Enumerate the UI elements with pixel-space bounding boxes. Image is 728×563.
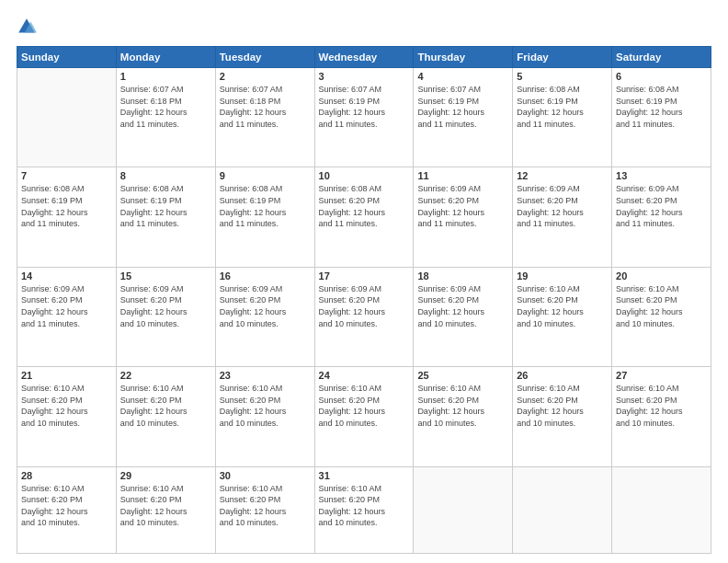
day-info: Sunrise: 6:08 AM Sunset: 6:19 PM Dayligh…: [220, 183, 311, 229]
calendar-day-cell: 11Sunrise: 6:09 AM Sunset: 6:20 PM Dayli…: [414, 167, 513, 267]
calendar-day-cell: 3Sunrise: 6:07 AM Sunset: 6:19 PM Daylig…: [314, 68, 414, 167]
calendar-day-cell: 23Sunrise: 6:10 AM Sunset: 6:20 PM Dayli…: [215, 367, 314, 466]
calendar-header-row: SundayMondayTuesdayWednesdayThursdayFrid…: [17, 47, 711, 68]
day-info: Sunrise: 6:09 AM Sunset: 6:20 PM Dayligh…: [319, 283, 410, 329]
calendar-day-cell: 20Sunrise: 6:10 AM Sunset: 6:20 PM Dayli…: [612, 267, 711, 366]
logo: [17, 17, 40, 37]
calendar-day-cell: 1Sunrise: 6:07 AM Sunset: 6:18 PM Daylig…: [116, 68, 215, 167]
calendar-day-cell: 30Sunrise: 6:10 AM Sunset: 6:20 PM Dayli…: [215, 466, 314, 553]
day-info: Sunrise: 6:08 AM Sunset: 6:19 PM Dayligh…: [21, 183, 112, 229]
day-info: Sunrise: 6:10 AM Sunset: 6:20 PM Dayligh…: [120, 383, 211, 429]
day-info: Sunrise: 6:09 AM Sunset: 6:20 PM Dayligh…: [21, 283, 112, 329]
calendar-day-cell: [414, 466, 513, 553]
calendar-day-cell: 22Sunrise: 6:10 AM Sunset: 6:20 PM Dayli…: [116, 367, 215, 466]
calendar-day-cell: 21Sunrise: 6:10 AM Sunset: 6:20 PM Dayli…: [17, 367, 117, 466]
page: SundayMondayTuesdayWednesdayThursdayFrid…: [0, 0, 728, 563]
day-number: 3: [319, 71, 410, 82]
day-number: 7: [21, 170, 112, 181]
day-info: Sunrise: 6:10 AM Sunset: 6:20 PM Dayligh…: [319, 483, 410, 529]
calendar-day-cell: 5Sunrise: 6:08 AM Sunset: 6:19 PM Daylig…: [513, 68, 612, 167]
day-number: 19: [517, 270, 608, 282]
calendar-day-cell: 2Sunrise: 6:07 AM Sunset: 6:18 PM Daylig…: [215, 68, 314, 167]
day-number: 25: [417, 370, 508, 381]
day-number: 18: [417, 270, 508, 282]
calendar-day-cell: 26Sunrise: 6:10 AM Sunset: 6:20 PM Dayli…: [513, 367, 612, 466]
calendar-week-row: 28Sunrise: 6:10 AM Sunset: 6:20 PM Dayli…: [17, 466, 711, 553]
calendar-day-cell: 8Sunrise: 6:08 AM Sunset: 6:19 PM Daylig…: [116, 167, 215, 267]
weekday-header-tuesday: Tuesday: [215, 47, 314, 68]
day-info: Sunrise: 6:10 AM Sunset: 6:20 PM Dayligh…: [517, 383, 608, 429]
weekday-header-monday: Monday: [116, 47, 215, 68]
day-info: Sunrise: 6:10 AM Sunset: 6:20 PM Dayligh…: [319, 383, 410, 429]
calendar-day-cell: 14Sunrise: 6:09 AM Sunset: 6:20 PM Dayli…: [17, 267, 117, 366]
calendar-week-row: 21Sunrise: 6:10 AM Sunset: 6:20 PM Dayli…: [17, 367, 711, 466]
day-number: 27: [616, 370, 707, 381]
calendar-day-cell: 24Sunrise: 6:10 AM Sunset: 6:20 PM Dayli…: [314, 367, 414, 466]
day-number: 12: [517, 170, 608, 181]
day-info: Sunrise: 6:07 AM Sunset: 6:18 PM Dayligh…: [120, 84, 211, 130]
day-number: 1: [120, 71, 211, 82]
calendar-day-cell: 18Sunrise: 6:09 AM Sunset: 6:20 PM Dayli…: [414, 267, 513, 366]
calendar-day-cell: 17Sunrise: 6:09 AM Sunset: 6:20 PM Dayli…: [314, 267, 414, 366]
day-info: Sunrise: 6:10 AM Sunset: 6:20 PM Dayligh…: [220, 483, 311, 529]
logo-icon: [17, 17, 37, 37]
day-info: Sunrise: 6:08 AM Sunset: 6:19 PM Dayligh…: [120, 183, 211, 229]
calendar-day-cell: 15Sunrise: 6:09 AM Sunset: 6:20 PM Dayli…: [116, 267, 215, 366]
day-number: 11: [417, 170, 508, 181]
calendar-day-cell: 10Sunrise: 6:08 AM Sunset: 6:20 PM Dayli…: [314, 167, 414, 267]
calendar-day-cell: 19Sunrise: 6:10 AM Sunset: 6:20 PM Dayli…: [513, 267, 612, 366]
calendar-day-cell: 9Sunrise: 6:08 AM Sunset: 6:19 PM Daylig…: [215, 167, 314, 267]
header: [17, 17, 711, 37]
day-number: 28: [21, 470, 112, 481]
day-info: Sunrise: 6:09 AM Sunset: 6:20 PM Dayligh…: [616, 183, 707, 229]
weekday-header-friday: Friday: [513, 47, 612, 68]
day-number: 8: [120, 170, 211, 181]
day-number: 15: [120, 270, 211, 282]
day-number: 4: [417, 71, 508, 82]
day-number: 20: [616, 270, 707, 282]
calendar-day-cell: 31Sunrise: 6:10 AM Sunset: 6:20 PM Dayli…: [314, 466, 414, 553]
calendar-day-cell: 4Sunrise: 6:07 AM Sunset: 6:19 PM Daylig…: [414, 68, 513, 167]
day-number: 22: [120, 370, 211, 381]
calendar-day-cell: 16Sunrise: 6:09 AM Sunset: 6:20 PM Dayli…: [215, 267, 314, 366]
day-info: Sunrise: 6:10 AM Sunset: 6:20 PM Dayligh…: [616, 383, 707, 429]
day-number: 31: [319, 470, 410, 481]
day-info: Sunrise: 6:10 AM Sunset: 6:20 PM Dayligh…: [616, 283, 707, 329]
day-info: Sunrise: 6:10 AM Sunset: 6:20 PM Dayligh…: [220, 383, 311, 429]
calendar-week-row: 7Sunrise: 6:08 AM Sunset: 6:19 PM Daylig…: [17, 167, 711, 267]
day-info: Sunrise: 6:10 AM Sunset: 6:20 PM Dayligh…: [517, 283, 608, 329]
day-info: Sunrise: 6:09 AM Sunset: 6:20 PM Dayligh…: [417, 283, 508, 329]
day-number: 14: [21, 270, 112, 282]
day-info: Sunrise: 6:10 AM Sunset: 6:20 PM Dayligh…: [417, 383, 508, 429]
day-number: 9: [220, 170, 311, 181]
calendar-day-cell: [513, 466, 612, 553]
calendar-day-cell: 12Sunrise: 6:09 AM Sunset: 6:20 PM Dayli…: [513, 167, 612, 267]
day-number: 30: [220, 470, 311, 481]
day-number: 6: [616, 71, 707, 82]
calendar-day-cell: [612, 466, 711, 553]
day-info: Sunrise: 6:09 AM Sunset: 6:20 PM Dayligh…: [120, 283, 211, 329]
day-number: 17: [319, 270, 410, 282]
calendar-week-row: 1Sunrise: 6:07 AM Sunset: 6:18 PM Daylig…: [17, 68, 711, 167]
calendar-day-cell: 7Sunrise: 6:08 AM Sunset: 6:19 PM Daylig…: [17, 167, 117, 267]
day-info: Sunrise: 6:07 AM Sunset: 6:19 PM Dayligh…: [417, 84, 508, 130]
day-number: 29: [120, 470, 211, 481]
calendar-day-cell: 6Sunrise: 6:08 AM Sunset: 6:19 PM Daylig…: [612, 68, 711, 167]
day-number: 26: [517, 370, 608, 381]
day-info: Sunrise: 6:08 AM Sunset: 6:19 PM Dayligh…: [517, 84, 608, 130]
calendar-day-cell: [17, 68, 117, 167]
day-number: 10: [319, 170, 410, 181]
day-info: Sunrise: 6:10 AM Sunset: 6:20 PM Dayligh…: [21, 483, 112, 529]
weekday-header-wednesday: Wednesday: [314, 47, 414, 68]
weekday-header-sunday: Sunday: [17, 47, 117, 68]
day-number: 24: [319, 370, 410, 381]
day-number: 21: [21, 370, 112, 381]
calendar-day-cell: 27Sunrise: 6:10 AM Sunset: 6:20 PM Dayli…: [612, 367, 711, 466]
calendar-day-cell: 28Sunrise: 6:10 AM Sunset: 6:20 PM Dayli…: [17, 466, 117, 553]
day-info: Sunrise: 6:09 AM Sunset: 6:20 PM Dayligh…: [517, 183, 608, 229]
calendar-day-cell: 25Sunrise: 6:10 AM Sunset: 6:20 PM Dayli…: [414, 367, 513, 466]
calendar-week-row: 14Sunrise: 6:09 AM Sunset: 6:20 PM Dayli…: [17, 267, 711, 366]
day-number: 5: [517, 71, 608, 82]
day-info: Sunrise: 6:09 AM Sunset: 6:20 PM Dayligh…: [417, 183, 508, 229]
day-info: Sunrise: 6:08 AM Sunset: 6:19 PM Dayligh…: [616, 84, 707, 130]
